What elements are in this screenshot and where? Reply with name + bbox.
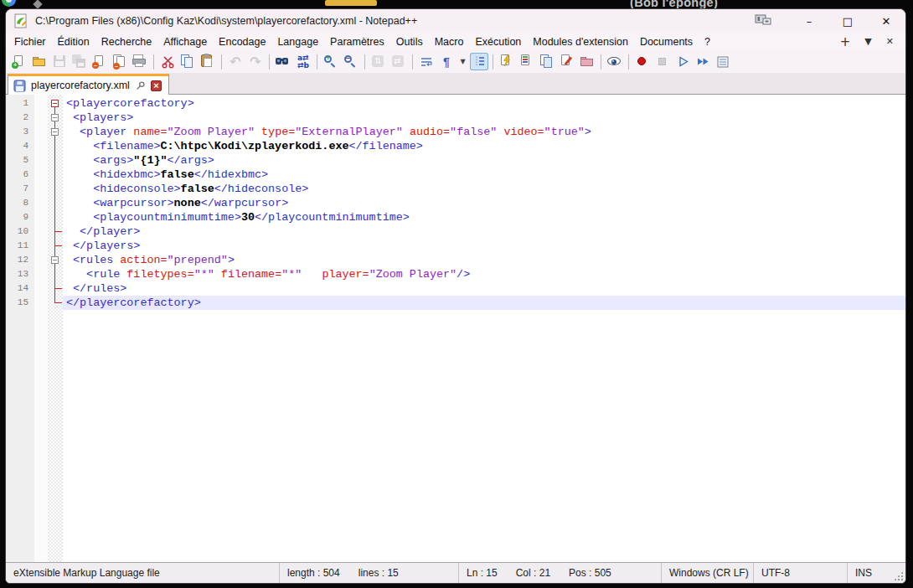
menu-outils[interactable]: Outils — [390, 34, 429, 49]
fold-marker[interactable] — [48, 253, 63, 267]
pin-icon[interactable] — [135, 80, 146, 91]
sync-horizontal-icon[interactable]: ⇄ — [389, 53, 408, 70]
status-encoding[interactable]: UTF-8 — [761, 567, 790, 579]
status-line: Ln : 15 — [467, 567, 498, 579]
editor-area[interactable]: 1<playercorefactory>2 <players>3 <player… — [6, 95, 905, 562]
menu-fichier[interactable]: Fichier — [8, 34, 52, 49]
menu-encodage[interactable]: Encodage — [213, 34, 271, 49]
close-file-icon[interactable]: – — [90, 53, 109, 70]
menu-modules-d-extension[interactable]: Modules d'extension — [527, 34, 634, 49]
code-text[interactable]: <players> — [63, 111, 905, 125]
bookmark-cell[interactable] — [34, 224, 48, 239]
toolbar-separator — [412, 54, 413, 70]
bookmark-cell[interactable] — [34, 125, 48, 139]
code-text[interactable]: </players> — [63, 239, 905, 253]
document-list-icon[interactable] — [538, 53, 556, 70]
bookmark-cell[interactable] — [34, 210, 48, 224]
code-text[interactable]: <playercorefactory> — [63, 96, 905, 111]
toolbar-group: +– — [322, 53, 360, 70]
fold-marker[interactable] — [48, 125, 63, 139]
save-icon[interactable] — [50, 53, 69, 70]
save-all-icon[interactable] — [70, 53, 89, 70]
close-all-files-icon[interactable]: – — [111, 53, 129, 70]
bookmark-cell[interactable] — [34, 267, 48, 281]
play-macro-icon[interactable] — [673, 53, 692, 70]
fold-marker[interactable] — [48, 96, 63, 111]
menu-langage[interactable]: Langage — [271, 34, 324, 49]
new-file-icon[interactable]: + — [10, 53, 28, 70]
zoom-in-icon[interactable]: + — [322, 53, 340, 70]
tab-playercorefactory[interactable]: playercorefactory.xml × — [8, 74, 169, 95]
symbols-dropdown-icon[interactable]: ▼ — [457, 53, 468, 70]
code-text[interactable]: <filename>C:\htpc\Kodi\zplayerkodi.exe</… — [63, 139, 905, 153]
print-icon[interactable] — [131, 53, 149, 70]
bookmark-cell[interactable] — [34, 196, 48, 210]
code-text[interactable]: <args>"{1}"</args> — [63, 153, 905, 168]
bookmark-cell[interactable] — [34, 182, 48, 196]
tab-list-dropdown-icon[interactable]: ▼ — [864, 36, 871, 47]
code-text[interactable]: </rules> — [63, 281, 905, 296]
file-edit-icon[interactable] — [558, 53, 576, 70]
replace-icon[interactable]: a⇄⇄b — [294, 53, 312, 70]
status-eol-format[interactable]: Windows (CR LF) — [669, 567, 749, 579]
fold-marker[interactable] — [48, 111, 63, 125]
close-tab-button[interactable]: ✕ — [886, 36, 894, 47]
folder-workspace-icon[interactable] — [578, 53, 596, 70]
maximize-button[interactable]: □ — [828, 9, 867, 33]
menu-recherche[interactable]: Recherche — [95, 34, 157, 49]
indent-guide-icon[interactable] — [470, 53, 488, 70]
find-icon[interactable] — [274, 53, 292, 70]
status-insert-mode[interactable]: INS — [855, 567, 872, 579]
code-text[interactable]: <playcountminimumtime>30</playcountminim… — [63, 210, 905, 224]
bookmark-cell[interactable] — [34, 281, 48, 296]
menu-help[interactable]: ? — [699, 34, 716, 49]
cut-icon[interactable] — [158, 53, 177, 70]
code-text[interactable]: <player name="Zoom Player" type="Externa… — [63, 125, 905, 139]
save-macro-icon[interactable] — [714, 53, 732, 70]
close-button[interactable]: ✕ — [867, 9, 905, 33]
code-text[interactable]: </player> — [63, 224, 905, 239]
open-file-icon[interactable] — [30, 53, 49, 70]
bookmark-cell[interactable] — [34, 296, 48, 310]
word-wrap-icon[interactable] — [417, 53, 436, 70]
code-line: 14 </rules> — [6, 281, 905, 296]
record-macro-icon[interactable] — [633, 53, 652, 70]
menu-ex-cution[interactable]: Exécution — [469, 34, 527, 49]
stop-macro-icon[interactable] — [653, 53, 672, 70]
code-text[interactable]: <hideconsole>false</hideconsole> — [63, 182, 905, 196]
monitoring-icon[interactable] — [606, 53, 624, 70]
bookmark-cell[interactable] — [34, 111, 48, 125]
background-window-strip: (Bob l'éponge) — [0, 0, 913, 8]
bookmark-cell[interactable] — [34, 239, 48, 253]
code-text[interactable]: <rule filetypes="*" filename="*" player=… — [63, 267, 905, 281]
code-text[interactable]: <warpcursor>none</warpcursor> — [63, 196, 905, 210]
minimize-button[interactable]: – — [790, 9, 828, 33]
menu-macro[interactable]: Macro — [429, 34, 470, 49]
sync-vertical-icon[interactable]: ⇅ — [369, 53, 388, 70]
redo-icon[interactable]: ↷ — [246, 53, 265, 70]
zoom-out-icon[interactable]: – — [342, 53, 360, 70]
fold-marker — [48, 239, 63, 253]
menu-param-tres[interactable]: Paramètres — [324, 34, 390, 49]
run-macro-multiple-icon[interactable] — [694, 53, 712, 70]
fold-marker — [48, 267, 63, 281]
menu--dition[interactable]: Édition — [52, 34, 95, 49]
tab-close-icon[interactable]: × — [151, 80, 162, 91]
bookmark-cell[interactable] — [34, 96, 48, 111]
undo-icon[interactable]: ↶ — [226, 53, 245, 70]
copy-icon[interactable] — [178, 53, 197, 70]
document-map-icon[interactable] — [518, 53, 536, 70]
new-tab-button[interactable]: + — [840, 34, 851, 49]
paste-icon[interactable] — [199, 53, 217, 70]
bookmark-cell[interactable] — [34, 253, 48, 267]
bookmark-cell[interactable] — [34, 153, 48, 168]
code-text[interactable]: <hidexbmc>false</hidexbmc> — [63, 168, 905, 182]
code-text[interactable]: <rules action="prepend"> — [63, 253, 905, 267]
show-symbols-icon[interactable]: ¶ — [437, 53, 456, 70]
bookmark-cell[interactable] — [34, 139, 48, 153]
bookmark-cell[interactable] — [34, 168, 48, 182]
menu-affichage[interactable]: Affichage — [157, 34, 213, 49]
code-text[interactable]: </playercorefactory> — [63, 296, 905, 310]
menu-documents[interactable]: Documents — [634, 34, 699, 49]
function-list-icon[interactable] — [498, 53, 516, 70]
